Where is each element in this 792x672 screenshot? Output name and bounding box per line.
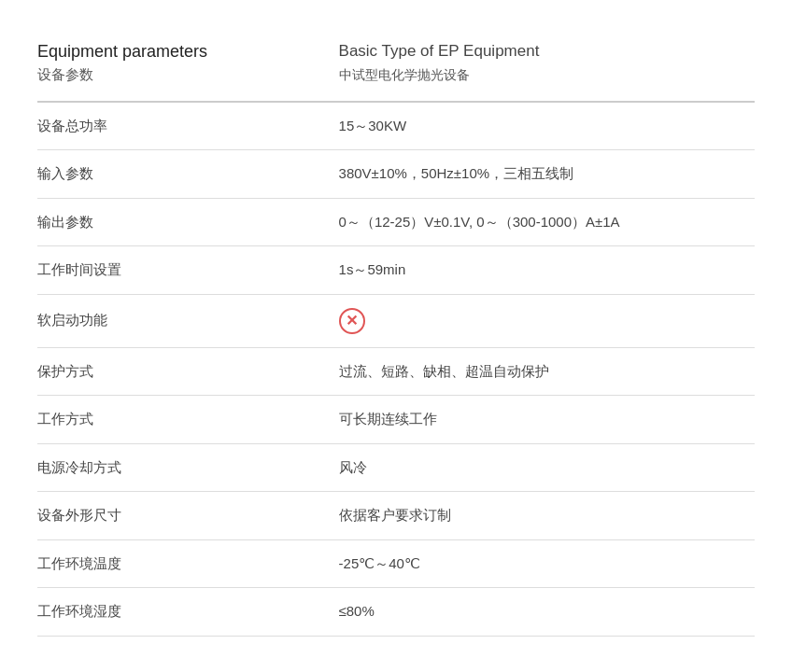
param-cell: 工作环境温度 [37,539,339,588]
value-cell: 风冷 [339,443,755,492]
table-row: 设备外形尺寸依据客户要求订制 [37,492,755,540]
value-cell: 380V±10%，50Hz±10%，三相五线制 [339,150,755,199]
table-row: 输入参数380V±10%，50Hz±10%，三相五线制 [37,150,755,199]
soft-start-icon: ✕ [339,308,365,334]
value-cell: 依据客户要求订制 [339,492,755,540]
value-cell: 0～（12-25）V±0.1V, 0～（300-1000）A±1A [339,198,755,246]
value-cell: -25℃～40℃ [339,539,755,588]
header-en-title: Equipment parameters [37,39,324,64]
param-cell: 设备总功率 [37,102,339,150]
header-type-en: Basic Type of EP Equipment [339,39,740,63]
param-cell: 保护方式 [37,347,339,396]
header-param-col: Equipment parameters 设备参数 [37,28,339,102]
param-cell: 软启动功能 [37,294,339,347]
header-zh-title: 设备参数 [37,64,324,86]
header-value-col: Basic Type of EP Equipment 中试型电化学抛光设备 [339,28,755,102]
param-cell: 输出参数 [37,198,339,246]
value-cell: 可长期连续工作 [339,396,755,444]
table-row: 电源冷却方式风冷 [37,443,755,492]
header-type-zh: 中试型电化学抛光设备 [339,65,740,85]
table-row: 保护方式过流、短路、缺相、超温自动保护 [37,347,755,396]
param-cell: 设备外形尺寸 [37,492,339,540]
value-cell: 过流、短路、缺相、超温自动保护 [339,347,755,396]
param-cell: 输入参数 [37,150,339,199]
table-row: 工作环境湿度≤80% [37,588,755,637]
value-cell: ≤80% [339,588,755,637]
table-row: 工作时间设置1s～59min [37,246,755,295]
param-cell: 工作方式 [37,396,339,444]
table-header: Equipment parameters 设备参数 Basic Type of … [37,28,755,102]
param-cell: 工作时间设置 [37,246,339,295]
table-row: 软启动功能✕ [37,294,755,347]
table-row: 输出参数0～（12-25）V±0.1V, 0～（300-1000）A±1A [37,198,755,246]
table-row: 设备总功率15～30KW [37,102,755,150]
value-cell: 1s～59min [339,246,755,295]
param-cell: 电源冷却方式 [37,443,339,492]
value-cell: 15～30KW [339,102,755,150]
table-row: 工作环境温度-25℃～40℃ [37,539,755,588]
param-cell: 工作环境湿度 [37,588,339,637]
equipment-table: Equipment parameters 设备参数 Basic Type of … [37,28,755,637]
value-cell: ✕ [339,294,755,347]
table-row: 工作方式可长期连续工作 [37,396,755,444]
